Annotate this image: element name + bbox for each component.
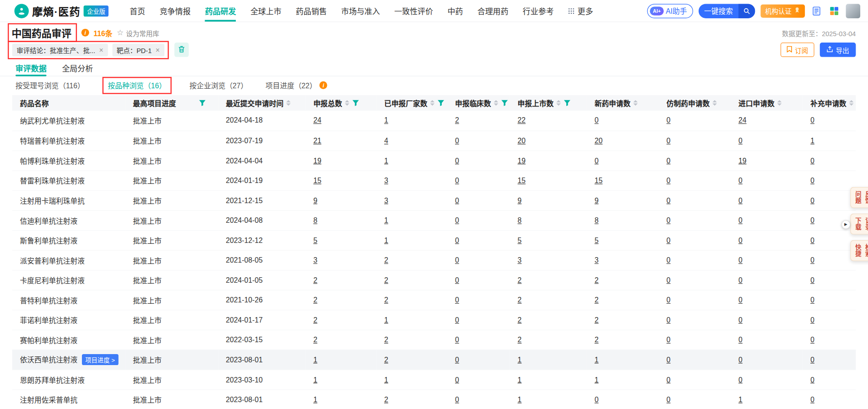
count-link[interactable]: 1	[384, 236, 388, 244]
count-link[interactable]: 0	[595, 156, 599, 165]
col-header[interactable]: 进口申请数	[731, 95, 803, 111]
count-link[interactable]: 0	[455, 296, 459, 304]
count-link[interactable]: 0	[667, 256, 671, 264]
count-link[interactable]: 2	[595, 316, 599, 324]
count-link[interactable]: 1	[595, 375, 599, 383]
clear-filters-button[interactable]	[174, 43, 188, 57]
drug-name[interactable]: 恩朗苏拜单抗注射液	[20, 376, 85, 384]
count-link[interactable]: 2	[518, 335, 522, 344]
count-link[interactable]: 0	[455, 216, 459, 224]
count-link[interactable]: 0	[667, 236, 671, 244]
count-link[interactable]: 8	[518, 216, 522, 224]
count-link[interactable]: 0	[667, 156, 671, 165]
table-row[interactable]: 普特利单抗注射液批准上市2021-10-2622022000	[12, 290, 856, 310]
count-link[interactable]: 0	[738, 335, 743, 344]
count-link[interactable]: 19	[518, 156, 526, 165]
count-link[interactable]: 0	[810, 156, 814, 165]
drug-name[interactable]: 替雷利珠单抗注射液	[20, 177, 85, 185]
quick-search-button[interactable]: 一键搜索	[699, 4, 755, 18]
sort-icon[interactable]	[777, 100, 782, 106]
count-link[interactable]: 0	[738, 236, 743, 244]
remove-tag-icon[interactable]: ×	[156, 46, 160, 54]
count-link[interactable]: 0	[455, 375, 459, 383]
count-link[interactable]: 2	[595, 276, 599, 284]
count-link[interactable]: 0	[738, 276, 743, 284]
count-link[interactable]: 0	[667, 216, 671, 224]
tab-review-data[interactable]: 审评数据	[16, 60, 47, 76]
count-link[interactable]: 3	[384, 176, 388, 184]
sort-icon[interactable]	[345, 100, 349, 106]
col-header[interactable]: 仿制药申请数	[659, 95, 731, 111]
count-link[interactable]: 0	[810, 375, 814, 383]
drug-name[interactable]: 注射用卡瑞利珠单抗	[20, 197, 85, 205]
count-link[interactable]: 1	[384, 375, 388, 383]
ai-assistant-button[interactable]: AI+ AI助手	[647, 4, 693, 18]
count-link[interactable]: 0	[667, 375, 671, 383]
count-link[interactable]: 3	[384, 196, 388, 204]
user-avatar[interactable]	[846, 4, 860, 18]
count-link[interactable]: 0	[738, 375, 743, 383]
count-link[interactable]: 2	[313, 276, 317, 284]
count-link[interactable]: 0	[810, 116, 814, 124]
count-link[interactable]: 8	[313, 216, 317, 224]
table-row[interactable]: 帕博利珠单抗注射液批准上市2024-04-0419101900190	[12, 151, 856, 171]
count-link[interactable]: 0	[595, 116, 599, 124]
table-row[interactable]: 替雷利珠单抗注射液批准上市2024-01-1915301515000	[12, 170, 856, 190]
count-link[interactable]: 0	[455, 256, 459, 264]
count-link[interactable]: 22	[518, 116, 526, 124]
count-link[interactable]: 0	[810, 216, 814, 224]
count-link[interactable]: 0	[810, 395, 814, 404]
drug-name[interactable]: 帕博利珠单抗注射液	[20, 157, 85, 165]
org-cert-badge[interactable]: 机构认证	[760, 4, 805, 17]
count-link[interactable]: 1	[518, 375, 522, 383]
count-link[interactable]: 1	[738, 395, 743, 404]
sort-icon[interactable]	[430, 100, 435, 106]
nav-item-tcm[interactable]: 中药	[447, 0, 463, 22]
nav-item-rational-use[interactable]: 合理用药	[477, 0, 509, 22]
count-link[interactable]: 0	[810, 296, 814, 304]
count-link[interactable]: 1	[810, 136, 814, 145]
count-link[interactable]: 3	[595, 256, 599, 264]
table-row[interactable]: 派安普利单抗注射液批准上市2021-08-0532033000	[12, 250, 856, 270]
count-link[interactable]: 0	[810, 316, 814, 324]
subtab-project-progress[interactable]: 项目进度（22）	[266, 80, 327, 91]
count-link[interactable]: 2	[384, 335, 388, 344]
filter-icon[interactable]	[352, 100, 359, 107]
sort-icon[interactable]	[849, 100, 854, 106]
drug-name[interactable]: 依沃西单抗注射液	[20, 356, 78, 364]
col-header[interactable]: 最近提交申请时间	[218, 95, 305, 111]
count-link[interactable]: 21	[313, 136, 321, 145]
col-header[interactable]: 申报上市数	[510, 95, 587, 111]
count-link[interactable]: 0	[455, 335, 459, 344]
count-link[interactable]: 1	[384, 216, 388, 224]
count-link[interactable]: 0	[810, 196, 814, 204]
count-link[interactable]: 0	[455, 316, 459, 324]
nav-item-global-launch[interactable]: 全球上市	[250, 0, 282, 22]
count-link[interactable]: 2	[518, 296, 522, 304]
count-link[interactable]: 2	[384, 395, 388, 404]
count-link[interactable]: 1	[313, 355, 317, 364]
count-link[interactable]: 0	[595, 395, 599, 404]
report-icon[interactable]	[810, 5, 823, 17]
col-header[interactable]: 补充申请数	[803, 95, 856, 111]
nav-item-competitive-intel[interactable]: 竞争情报	[160, 0, 191, 22]
col-header[interactable]: 申报临床数	[447, 95, 510, 111]
count-link[interactable]: 0	[738, 355, 743, 364]
count-link[interactable]: 0	[667, 276, 671, 284]
count-link[interactable]: 0	[667, 136, 671, 145]
count-link[interactable]: 19	[738, 156, 746, 165]
count-link[interactable]: 0	[810, 335, 814, 344]
col-header[interactable]: 新药申请数	[587, 95, 659, 111]
tab-global-analysis[interactable]: 全局分析	[62, 60, 93, 76]
table-row[interactable]: 注射用卡瑞利珠单抗批准上市2021-12-1593099000	[12, 190, 856, 210]
count-link[interactable]: 0	[738, 196, 743, 204]
count-link[interactable]: 0	[667, 296, 671, 304]
count-link[interactable]: 0	[455, 156, 459, 165]
brand[interactable]: 摩熵·医药 企业版	[14, 3, 108, 18]
table-row[interactable]: 纳武利尤单抗注射液批准上市2024-04-1824122200240	[12, 111, 856, 131]
drug-name[interactable]: 纳武利尤单抗注射液	[20, 117, 85, 125]
count-link[interactable]: 0	[667, 316, 671, 324]
nav-item-drug-sales[interactable]: 药品销售	[296, 0, 327, 22]
drug-name[interactable]: 赛帕利单抗注射液	[20, 336, 78, 344]
filter-icon[interactable]	[501, 100, 508, 107]
